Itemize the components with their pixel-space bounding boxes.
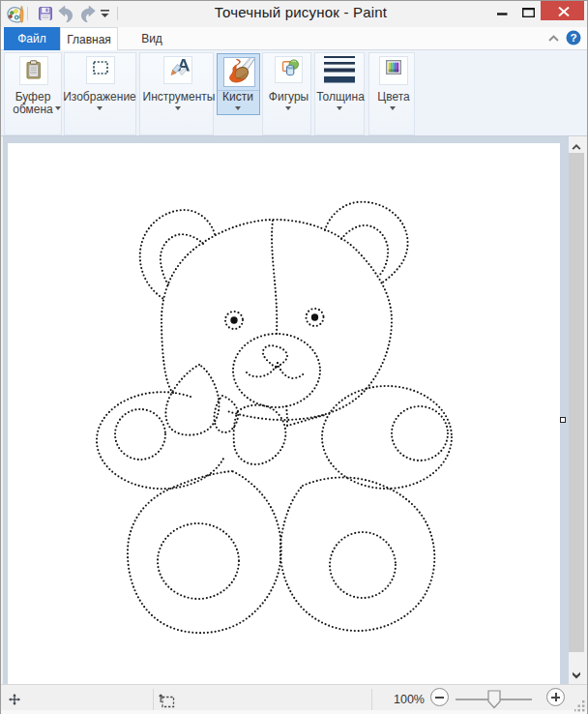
svg-text:?: ? bbox=[570, 31, 576, 44]
